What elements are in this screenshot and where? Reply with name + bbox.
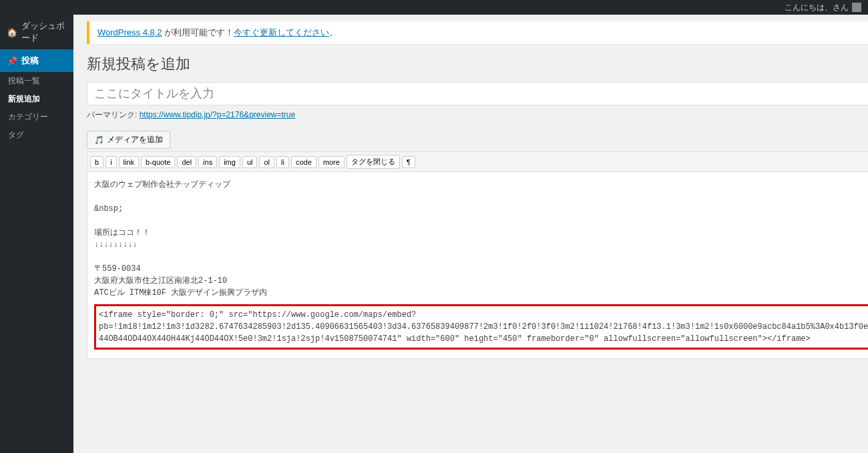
tool-i[interactable]: i	[105, 156, 116, 168]
admin-topbar: こんにちは、 さん	[0, 0, 868, 15]
tool-code[interactable]: code	[291, 156, 316, 168]
page-title: 新規投稿を追加	[87, 54, 868, 74]
sidebar-sub-tags[interactable]: タグ	[0, 126, 73, 144]
sidebar-sub-categories[interactable]: カテゴリー	[0, 108, 73, 126]
sidebar-dashboard-label: ダッシュボード	[21, 20, 67, 44]
sidebar-sub-all-posts[interactable]: 投稿一覧	[0, 72, 73, 90]
sidebar-posts-label: 投稿	[21, 55, 39, 67]
tool-more[interactable]: more	[318, 156, 345, 168]
media-button-label: メディアを追加	[107, 134, 163, 145]
media-icon: 🎵	[94, 135, 104, 145]
tool-img[interactable]: img	[219, 156, 240, 168]
tool-b[interactable]: b	[90, 156, 103, 168]
notice-suffix: 。	[329, 27, 338, 37]
tool-li[interactable]: li	[276, 156, 289, 168]
tool-close-tags[interactable]: タグを閉じる	[347, 155, 400, 169]
notice-text: が利用可能です！	[162, 27, 234, 37]
admin-sidebar: 🏠 ダッシュボード 📌 投稿 投稿一覧 新規追加 カテゴリー タグ	[0, 15, 73, 453]
tool-link[interactable]: link	[119, 156, 140, 168]
sidebar-item-dashboard[interactable]: 🏠 ダッシュボード	[0, 15, 73, 49]
post-title-input[interactable]	[87, 82, 868, 105]
pin-icon: 📌	[7, 56, 17, 66]
tool-bquote[interactable]: b-quote	[141, 156, 175, 168]
greeting-text: こんにちは、	[785, 2, 833, 13]
tool-ul[interactable]: ul	[242, 156, 258, 168]
editor-toolbar: b i link b-quote del ins img ul ol li co…	[87, 151, 868, 172]
avatar[interactable]	[852, 3, 861, 12]
user-suffix: さん	[833, 2, 849, 13]
update-now-link[interactable]: 今すぐ更新してください	[234, 27, 329, 37]
sidebar-sub-add-new[interactable]: 新規追加	[0, 90, 73, 108]
tool-ins[interactable]: ins	[198, 156, 217, 168]
post-content-editor[interactable]: 大阪のウェブ制作会社チップディップ &nbsp; 場所はココ！！ ↓↓↓↓↓↓↓…	[87, 172, 868, 359]
tool-ol[interactable]: ol	[259, 156, 274, 168]
version-link[interactable]: WordPress 4.8.2	[97, 27, 162, 37]
permalink-label: パーマリンク:	[87, 110, 137, 119]
tool-del[interactable]: del	[177, 156, 196, 168]
dashboard-icon: 🏠	[7, 27, 17, 37]
permalink-row: パーマリンク: https://www.tipdip.jp/?p=2176&pr…	[87, 109, 868, 121]
iframe-code-highlight: <iframe style="border: 0;" src="https://…	[94, 304, 868, 350]
tool-paragraph[interactable]: ¶	[402, 156, 415, 168]
main-content: 表示オプション ▼ ヘルプ ▼ WordPress 4.8.2 が利用可能です！…	[73, 15, 868, 453]
permalink-url[interactable]: https://www.tipdip.jp/?p=2176&preview=tr…	[140, 110, 295, 119]
add-media-button[interactable]: 🎵 メディアを追加	[87, 131, 170, 149]
sidebar-item-posts[interactable]: 📌 投稿	[0, 49, 73, 72]
update-notice: WordPress 4.8.2 が利用可能です！今すぐ更新してください。	[87, 21, 868, 44]
